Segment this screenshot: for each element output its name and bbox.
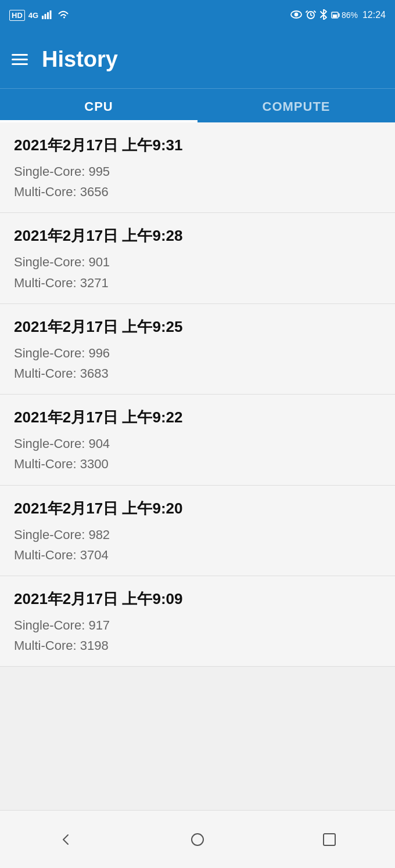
list-item[interactable]: 2021年2月17日 上午9:28 Single-Core: 901Multi-… [0,213,395,303]
battery-icon: 86% [331,10,358,20]
alarm-icon [306,9,316,21]
status-right-icons: 86% 12:24 [290,9,386,21]
svg-point-7 [192,834,203,845]
network-type-icon: 4G [28,11,38,20]
hamburger-line-3 [12,63,28,65]
bluetooth-icon [319,9,328,21]
back-button[interactable] [51,825,80,854]
page-title: History [42,47,118,72]
list-item[interactable]: 2021年2月17日 上午9:09 Single-Core: 917Multi-… [0,576,395,667]
svg-rect-8 [324,834,335,845]
tab-cpu[interactable]: CPU [0,89,198,122]
svg-rect-2 [47,12,49,19]
item-date-0: 2021年2月17日 上午9:31 [14,135,381,155]
home-button[interactable] [183,825,212,854]
item-date-1: 2021年2月17日 上午9:28 [14,226,381,246]
battery-percent: 86% [342,10,358,20]
svg-rect-3 [50,10,52,19]
item-scores-4: Single-Core: 982Multi-Core: 3704 [14,525,381,565]
list-item[interactable]: 2021年2月17日 上午9:20 Single-Core: 982Multi-… [0,486,395,576]
menu-button[interactable] [12,54,28,65]
hamburger-line-2 [12,59,28,60]
item-date-4: 2021年2月17日 上午9:20 [14,498,381,519]
list-item[interactable]: 2021年2月17日 上午9:22 Single-Core: 904Multi-… [0,395,395,485]
item-scores-5: Single-Core: 917Multi-Core: 3198 [14,615,381,656]
item-date-3: 2021年2月17日 上午9:22 [14,407,381,428]
recent-apps-button[interactable] [315,825,344,854]
wifi-icon [57,10,70,21]
tab-compute[interactable]: COMPUTE [198,89,395,122]
hamburger-line-1 [12,54,28,56]
svg-point-5 [295,13,297,16]
hd-icon: HD [9,10,25,21]
item-scores-1: Single-Core: 901Multi-Core: 3271 [14,252,381,292]
item-scores-3: Single-Core: 904Multi-Core: 3300 [14,433,381,474]
tab-bar: CPU COMPUTE [0,88,395,122]
signal-icon [42,10,53,21]
list-item[interactable]: 2021年2月17日 上午9:31 Single-Core: 995Multi-… [0,122,395,213]
item-date-2: 2021年2月17日 上午9:25 [14,317,381,337]
time: 12:24 [362,10,386,20]
status-bar: HD 4G [0,0,395,30]
app-bar: History [0,30,395,88]
svg-rect-1 [45,14,46,19]
item-scores-2: Single-Core: 996Multi-Core: 3683 [14,343,381,384]
history-list: 2021年2月17日 上午9:31 Single-Core: 995Multi-… [0,122,395,810]
list-item[interactable]: 2021年2月17日 上午9:25 Single-Core: 996Multi-… [0,304,395,395]
bottom-nav [0,810,395,868]
item-date-5: 2021年2月17日 上午9:09 [14,589,381,609]
status-left-icons: HD 4G [9,10,70,21]
item-scores-0: Single-Core: 995Multi-Core: 3656 [14,161,381,202]
svg-rect-0 [42,16,44,19]
eye-icon [290,10,302,20]
